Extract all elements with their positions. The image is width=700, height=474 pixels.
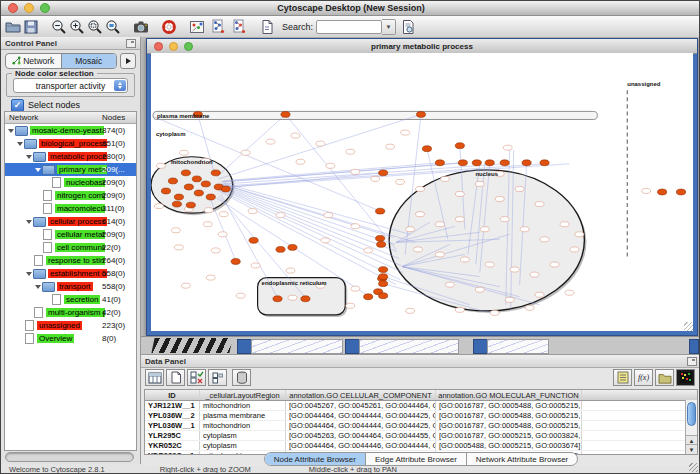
create-new-attribute-button[interactable]	[166, 369, 185, 386]
network-label-node[interactable]	[520, 227, 529, 232]
network-label-node[interactable]	[510, 267, 519, 272]
network-label-node[interactable]	[401, 130, 410, 135]
network-label-node[interactable]	[475, 287, 484, 292]
table-row[interactable]: YJR121W__1mitochondrion[GO:0045267, GO:0…	[145, 401, 697, 411]
network-node[interactable]	[455, 143, 464, 149]
delete-attributes-button[interactable]	[187, 369, 206, 386]
network-label-node[interactable]	[565, 290, 574, 295]
network-label-node[interactable]	[480, 227, 489, 232]
help-button[interactable]	[160, 18, 178, 36]
network-label-node[interactable]	[642, 188, 651, 193]
network-node[interactable]	[500, 160, 509, 166]
network-label-node[interactable]	[416, 212, 425, 217]
import-attributes-button[interactable]	[655, 369, 674, 386]
network-label-node[interactable]	[560, 222, 569, 227]
tree-row[interactable]: biological_process651(0)	[5, 137, 136, 150]
network-label-node[interactable]	[346, 149, 355, 154]
tree-row[interactable]: nitrogen compo209(0)	[5, 189, 136, 202]
network-label-node[interactable]	[515, 186, 524, 191]
network-node[interactable]	[379, 170, 388, 176]
disclosure-triangle-icon[interactable]	[25, 272, 33, 276]
zoom-out-button[interactable]	[50, 18, 68, 36]
network-label-node[interactable]	[371, 176, 380, 181]
region-plasma-membrane[interactable]	[153, 111, 597, 119]
network-label-node[interactable]	[440, 176, 449, 181]
network-label-node[interactable]	[154, 204, 163, 209]
network-label-node[interactable]	[550, 262, 559, 267]
network-label-node[interactable]	[475, 181, 484, 186]
tree-row[interactable]: nucleobase-209(0)	[5, 176, 136, 189]
disclosure-triangle-icon[interactable]	[25, 155, 33, 159]
network-node[interactable]	[472, 160, 481, 166]
network-node[interactable]	[540, 160, 549, 166]
network-label-node[interactable]	[266, 139, 275, 144]
search-input[interactable]	[316, 20, 382, 34]
select-nodes-checkbox[interactable]: ✓	[11, 99, 24, 112]
network-label-node[interactable]	[503, 145, 512, 150]
window-resize-grip[interactable]	[689, 463, 698, 472]
network-label-node[interactable]	[406, 227, 415, 232]
configure-search-button[interactable]	[399, 18, 417, 36]
network-node[interactable]	[161, 188, 170, 194]
network-label-node[interactable]	[156, 163, 165, 168]
network-label-node[interactable]	[206, 275, 215, 280]
network-label-node[interactable]	[455, 307, 464, 312]
tree-row[interactable]: metabolic process280(0)	[5, 150, 136, 163]
network-label-node[interactable]	[351, 169, 360, 174]
network-label-node[interactable]	[485, 262, 494, 267]
table-row[interactable]: YLR295Ccytoplasm[GO:0045263, GO:0044464,…	[145, 431, 697, 441]
network-label-node[interactable]	[455, 191, 464, 196]
tab-network[interactable]: Network	[6, 54, 61, 68]
network-node[interactable]	[281, 112, 290, 118]
network-node[interactable]	[379, 293, 388, 299]
network-label-node[interactable]	[570, 247, 579, 252]
tree-row[interactable]: transport558(0)	[5, 280, 136, 293]
tree-row[interactable]: primary metabol209(...	[5, 163, 136, 176]
disclosure-triangle-icon[interactable]	[16, 142, 24, 146]
network-label-node[interactable]	[324, 213, 333, 218]
tree-row[interactable]: mosaic-demo-yeast874(0)	[5, 124, 136, 137]
float-panel-icon[interactable]	[687, 357, 697, 366]
network-label-node[interactable]	[346, 303, 355, 308]
network-node[interactable]	[186, 202, 195, 208]
save-session-button[interactable]	[22, 18, 40, 36]
network-label-node[interactable]	[288, 295, 297, 300]
tree-row[interactable]: establishment of lo558(0)	[5, 267, 136, 280]
network-node[interactable]	[458, 160, 467, 166]
network-node[interactable]	[376, 235, 385, 241]
tree-row[interactable]: unassigned223(0)	[5, 319, 136, 332]
network-node[interactable]	[174, 194, 183, 200]
network-node[interactable]	[435, 160, 444, 166]
network-label-node[interactable]	[218, 232, 227, 237]
network-label-node[interactable]	[414, 247, 423, 252]
new-network-selected-nodes-selected-edges-button[interactable]	[230, 18, 248, 36]
table-row[interactable]: YKR052Ccytoplasm[GO:0044464, GO:0044446,…	[145, 441, 697, 451]
zoom-selected-button[interactable]	[104, 18, 122, 36]
delete-rows-button[interactable]	[232, 369, 251, 386]
network-label-node[interactable]	[351, 224, 360, 229]
select-attributes-button[interactable]	[145, 369, 164, 386]
network-label-node[interactable]	[171, 228, 180, 233]
network-node[interactable]	[168, 178, 177, 184]
network-label-node[interactable]	[416, 186, 425, 191]
network-node[interactable]	[194, 190, 203, 196]
network-label-node[interactable]	[500, 217, 509, 222]
network-node[interactable]	[301, 296, 310, 302]
table-column-header[interactable]: annotation.GO CELLULAR_COMPONENT	[286, 390, 436, 400]
tree-row[interactable]: macromolecule311(0)	[5, 202, 136, 215]
network-canvas[interactable]: plasma membranecytoplasmmitochondrionnuc…	[151, 53, 693, 331]
network-label-node[interactable]	[219, 212, 228, 217]
network-label-node[interactable]	[248, 209, 257, 214]
table-row[interactable]: YPL036W__1mitochondrion[GO:0044464, GO:0…	[145, 421, 697, 431]
network-label-node[interactable]	[316, 141, 325, 146]
network-node[interactable]	[377, 241, 386, 247]
open-session-button[interactable]	[4, 18, 22, 36]
network-node[interactable]	[379, 267, 388, 273]
network-label-node[interactable]	[505, 297, 514, 302]
new-network-selected-nodes-all-edges-button[interactable]	[209, 18, 227, 36]
network-node[interactable]	[288, 244, 297, 250]
network-label-node[interactable]	[321, 238, 330, 243]
network-label-node[interactable]	[291, 133, 300, 138]
network-label-node[interactable]	[530, 272, 539, 277]
network-node[interactable]	[379, 281, 388, 287]
